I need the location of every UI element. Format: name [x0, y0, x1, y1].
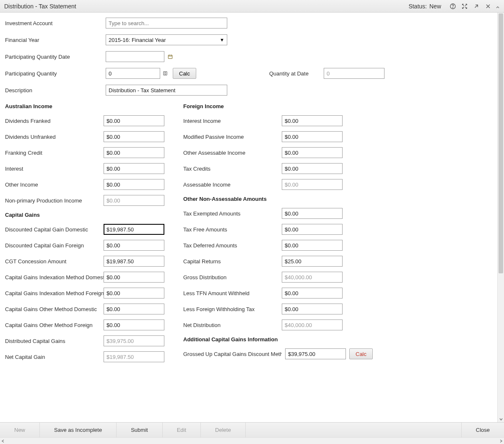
participating-qty-date-input[interactable]	[106, 51, 164, 62]
dividends-unfranked-input[interactable]	[104, 131, 164, 142]
idx-dom-input[interactable]	[104, 272, 164, 283]
disc-dom-row: Discounted Capital Gain Domestic	[5, 221, 171, 237]
disc-dom-input[interactable]	[104, 224, 164, 235]
interest-income-row: Interest Income	[183, 113, 373, 129]
disc-for-input[interactable]	[104, 240, 164, 251]
other-income-label: Other Income	[5, 182, 104, 188]
participating-qty-input[interactable]	[106, 68, 160, 79]
disc-for-row: Discounted Capital Gain Foreign	[5, 237, 171, 253]
tax-credits-row: Tax Credits	[183, 161, 373, 177]
description-label: Description	[5, 87, 106, 93]
other-non-assessable-header: Other Non-Assessable Amounts	[183, 196, 373, 202]
new-button: New	[0, 423, 40, 437]
top-fields: Investment Account Financial Year 2015-1…	[5, 18, 493, 96]
other-income-row: Other Income	[5, 177, 171, 192]
close-button[interactable]: Close	[461, 423, 504, 437]
idx-for-label: Capital Gains Indexation Method Foreign	[5, 290, 104, 296]
non-primary-row: Non-primary Production Income	[5, 192, 171, 208]
financial-year-select[interactable]: 2015-16: Financial Year ▼	[106, 34, 227, 45]
idx-for-input[interactable]	[104, 288, 164, 299]
scroll-right-icon[interactable]	[498, 438, 504, 444]
other-assess-input[interactable]	[282, 147, 343, 158]
submit-button[interactable]: Submit	[117, 423, 162, 437]
less-fwt-label: Less Foreign Withholding Tax	[183, 306, 282, 312]
tax-credits-input[interactable]	[282, 163, 343, 174]
vertical-scrollbar[interactable]	[497, 13, 504, 422]
dist-cg-output	[104, 335, 164, 346]
tax-free-row: Tax Free Amounts	[183, 221, 373, 237]
edit-button: Edit	[163, 423, 201, 437]
qty-at-date-output	[324, 68, 384, 79]
net-cg-label: Net Capital Gain	[5, 354, 104, 360]
net-cg-row: Net Capital Gain	[5, 349, 171, 365]
investment-account-label: Investment Account	[5, 20, 106, 26]
titlebar-caret-icon[interactable]	[496, 4, 500, 8]
description-input[interactable]	[106, 85, 227, 96]
fullscreen-icon[interactable]	[461, 3, 468, 10]
tax-statement-window: Distribution - Tax Statement Status: New…	[0, 0, 504, 444]
dividends-franked-input[interactable]	[104, 115, 164, 126]
chevron-down-icon: ▼	[220, 37, 224, 42]
gross-dist-output	[282, 272, 343, 283]
other-income-input[interactable]	[104, 179, 164, 190]
franking-credit-input[interactable]	[104, 147, 164, 158]
less-tfn-input[interactable]	[282, 288, 343, 299]
scroll-down-icon[interactable]	[498, 416, 504, 422]
capital-returns-label: Capital Returns	[183, 258, 282, 265]
less-fwt-input[interactable]	[282, 304, 343, 314]
horizontal-scrollbar[interactable]	[0, 437, 504, 444]
gross-dist-label: Gross Distribution	[183, 274, 282, 280]
interest-income-input[interactable]	[282, 115, 343, 126]
interest-input[interactable]	[104, 163, 164, 174]
interest-label: Interest	[5, 166, 104, 172]
dist-cg-row: Distributed Capital Gains	[5, 333, 171, 349]
less-fwt-row: Less Foreign Withholding Tax	[183, 301, 373, 317]
close-icon[interactable]	[484, 3, 492, 10]
dividends-franked-label: Dividends Franked	[5, 118, 104, 124]
tax-deferred-input[interactable]	[282, 240, 343, 251]
body: Investment Account Financial Year 2015-1…	[0, 13, 504, 422]
interest-income-label: Interest Income	[183, 118, 282, 124]
net-dist-output	[282, 319, 343, 330]
capital-returns-input[interactable]	[282, 256, 343, 267]
calendar-icon[interactable]	[167, 53, 174, 60]
financial-year-value: 2015-16: Financial Year	[109, 37, 166, 43]
tax-deferred-row: Tax Deferred Amounts	[183, 237, 373, 253]
help-icon[interactable]	[449, 3, 457, 10]
other-for-input[interactable]	[104, 319, 164, 330]
non-primary-output	[104, 195, 164, 206]
status-label: Status:	[408, 3, 427, 10]
investment-account-input[interactable]	[106, 18, 227, 29]
cgt-conc-input[interactable]	[104, 256, 164, 267]
tax-exempt-row: Tax Exempted Amounts	[183, 205, 373, 221]
idx-dom-row: Capital Gains Indexation Method Domestic	[5, 269, 171, 285]
tax-exempt-input[interactable]	[282, 208, 343, 219]
assessable-income-row: Assessable Income	[183, 177, 373, 192]
titlebar: Distribution - Tax Statement Status: New	[0, 0, 504, 13]
scrollbar-thumb[interactable]	[499, 13, 503, 273]
mod-passive-row: Modified Passive Income	[183, 129, 373, 145]
delete-button: Delete	[201, 423, 246, 437]
grossed-up-label: Grossed Up Capital Gains Discount Method	[183, 351, 282, 357]
grossed-up-calc-button[interactable]: Calc	[349, 348, 373, 359]
other-dom-input[interactable]	[104, 304, 164, 314]
cgt-conc-label: CGT Concession Amount	[5, 258, 104, 265]
australian-income-header: Australian Income	[5, 103, 171, 109]
qty-at-date-label: Quantity at Date	[265, 70, 324, 77]
mod-passive-input[interactable]	[282, 131, 343, 142]
interest-row: Interest	[5, 161, 171, 177]
scroll-left-icon[interactable]	[0, 438, 6, 444]
participating-qty-date-label: Participating Quantity Date	[5, 54, 106, 60]
save-incomplete-button[interactable]: Save as Incomplete	[40, 423, 117, 437]
calc-button[interactable]: Calc	[173, 68, 196, 79]
dividends-unfranked-row: Dividends Unfranked	[5, 129, 171, 145]
other-dom-label: Capital Gains Other Method Domestic	[5, 306, 104, 312]
dividends-unfranked-label: Dividends Unfranked	[5, 134, 104, 140]
other-dom-row: Capital Gains Other Method Domestic	[5, 301, 171, 317]
dist-cg-label: Distributed Capital Gains	[5, 338, 104, 344]
qty-stepper-icon[interactable]	[162, 70, 169, 77]
grossed-up-input[interactable]	[285, 348, 346, 359]
assessable-income-output	[282, 179, 343, 190]
tax-free-input[interactable]	[282, 224, 343, 235]
popout-icon[interactable]	[473, 3, 480, 10]
